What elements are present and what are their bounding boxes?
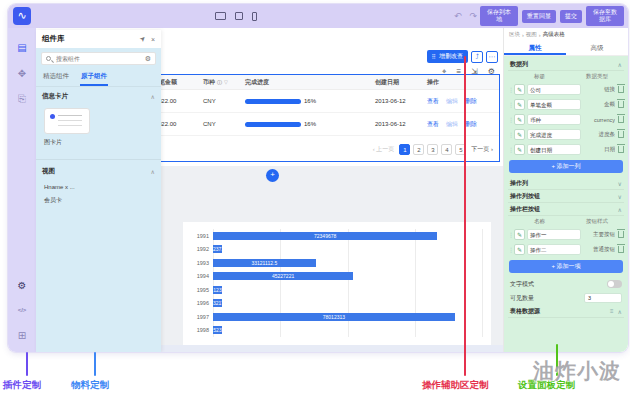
delete-icon[interactable] — [618, 101, 624, 108]
action-link[interactable]: 编辑 — [446, 97, 458, 106]
drag-handle-icon[interactable]: ⋮ — [508, 131, 512, 138]
drag-handle-icon[interactable]: ⋮ — [508, 246, 512, 253]
topbar-button[interactable]: 保存到本地 — [480, 6, 518, 26]
selected-component-tag[interactable]: ⠿ 增删改查 — [427, 50, 468, 63]
edit-icon[interactable]: ✎ — [514, 129, 525, 140]
action-link[interactable]: 查看 — [427, 120, 439, 129]
topbar-button[interactable]: 提交 — [560, 10, 582, 23]
info-icon[interactable]: ⓘ — [217, 79, 222, 85]
section-header-datasource[interactable]: 表格数据源 ≡ ∧ — [508, 305, 624, 318]
edit-icon[interactable]: ✎ — [514, 229, 525, 240]
frame-icon[interactable]: ⊞ — [8, 324, 36, 346]
delete-icon[interactable] — [618, 86, 624, 93]
pagination-page[interactable]: 4 — [441, 144, 452, 155]
edit-icon[interactable]: ✎ — [514, 244, 525, 255]
collapsed-section-header[interactable]: 操作列按钮∨ — [508, 190, 624, 203]
table-row[interactable]: 2,022.00CNY16%2013-06-12查看编辑删除 — [141, 90, 499, 113]
breadcrumb-item[interactable]: 视图 — [526, 31, 537, 38]
drag-handle-icon[interactable]: ⠿ — [432, 53, 436, 60]
action-link[interactable]: 删除 — [465, 120, 477, 129]
pagination-next[interactable]: 下一页 › — [471, 145, 493, 154]
field-name-input[interactable]: 操作二 — [527, 244, 581, 255]
drag-handle-icon[interactable]: ⋮ — [508, 116, 512, 123]
breadcrumb-item[interactable]: 高级表格 — [543, 31, 565, 38]
outline-list-icon[interactable]: ≡ — [456, 67, 461, 77]
topbar-button[interactable]: 保存至数据库 — [586, 6, 624, 26]
chart-bar[interactable]: 78012313 — [213, 313, 455, 321]
search-input[interactable] — [54, 55, 140, 63]
component-item[interactable]: 图卡片 — [44, 138, 153, 147]
chart-bar[interactable]: 523 — [213, 326, 222, 334]
drag-handle-icon[interactable]: ⋮ — [508, 231, 512, 238]
components-icon[interactable]: ▤ — [8, 36, 36, 58]
field-name-input[interactable]: 公司 — [527, 84, 581, 95]
chart-bar[interactable]: 72349678 — [213, 232, 437, 240]
desktop-preview-icon[interactable] — [215, 12, 226, 20]
pagination-page[interactable]: 2 — [413, 144, 424, 155]
delete-icon[interactable] — [618, 131, 624, 138]
visible-count-input[interactable]: 3 — [584, 293, 622, 303]
field-name-input[interactable]: 创建日期 — [527, 144, 581, 155]
delete-icon[interactable] — [618, 246, 624, 253]
more-actions-button[interactable]: ⋯ — [486, 51, 498, 63]
edit-icon[interactable]: ✎ — [514, 99, 525, 110]
locate-icon[interactable]: ⌖ — [442, 67, 447, 77]
inspector-tab[interactable]: 高级 — [566, 41, 628, 55]
pagination-prev[interactable]: ‹ 上一页 — [373, 145, 395, 154]
filter-icon[interactable]: ▽ — [224, 79, 228, 85]
chart-bar[interactable]: 2371 — [213, 245, 222, 253]
chart-bar[interactable]: 33121112.5 — [213, 259, 316, 267]
drag-handle-icon[interactable]: ⋮ — [508, 146, 512, 153]
inspector-tab[interactable]: 属性 — [504, 41, 566, 55]
field-name-input[interactable]: 完成进度 — [527, 129, 581, 140]
edit-icon[interactable]: ✎ — [514, 114, 525, 125]
search-settings-icon[interactable]: ⚙ — [145, 55, 151, 63]
component-tab[interactable]: 原子组件 — [80, 69, 108, 86]
outline-icon[interactable]: ✥ — [8, 62, 36, 84]
field-name-input[interactable]: 币种 — [527, 114, 581, 125]
insert-component-button[interactable]: + — [266, 169, 279, 182]
redo-icon[interactable]: ↷ — [470, 11, 478, 21]
selected-crud-table[interactable]: 单笔金额币种ⓘ▽完成进度创建日期操作 2,022.00CNY16%2013-06… — [140, 74, 500, 162]
collapsed-section-header[interactable]: 操作列∨ — [508, 177, 624, 190]
breadcrumb-item[interactable]: 区块 — [509, 31, 520, 38]
list-icon[interactable]: ≡ — [610, 308, 614, 315]
text-mode-toggle[interactable] — [607, 280, 622, 288]
component-group-header[interactable]: 信息卡片∧ — [36, 87, 161, 104]
tablet-preview-icon[interactable] — [235, 12, 243, 20]
section-header-action-buttons[interactable]: 操作栏按钮 ∧ — [508, 203, 624, 216]
topbar-button[interactable]: 重置回显 — [522, 10, 556, 23]
component-search[interactable]: ⚙ — [41, 52, 156, 65]
add-column-button[interactable]: + 添加一列 — [509, 160, 623, 173]
chevron-up-icon[interactable]: ∧ — [618, 308, 622, 315]
pages-icon[interactable]: ⎘ — [8, 88, 36, 110]
action-link[interactable]: 查看 — [427, 97, 439, 106]
fullscreen-icon[interactable]: ⇲ — [471, 67, 478, 77]
undo-icon[interactable]: ↶ — [454, 11, 462, 21]
pagination-page[interactable]: 1 — [399, 144, 410, 155]
component-tab[interactable]: 精选组件 — [42, 69, 70, 86]
drag-handle-icon[interactable]: ⋮ — [508, 86, 512, 93]
edit-icon[interactable]: ✎ — [514, 84, 525, 95]
field-name-input[interactable]: 操作一 — [527, 229, 581, 240]
component-thumbnail[interactable] — [44, 108, 90, 134]
code-icon[interactable]: </> — [8, 299, 36, 321]
add-action-button[interactable]: + 添加一项 — [509, 260, 623, 273]
section-header-columns[interactable]: 数据列 ∧ — [508, 58, 624, 71]
pagination-page[interactable]: 3 — [427, 144, 438, 155]
pin-icon[interactable]: ➤ — [138, 34, 148, 44]
component-group-header[interactable]: 视图∧ — [36, 162, 161, 179]
delete-icon[interactable] — [618, 116, 624, 123]
drag-handle-icon[interactable]: ⋮ — [508, 101, 512, 108]
app-logo-icon[interactable]: ∿ — [13, 7, 31, 25]
plugin-icon[interactable]: ⚙ — [8, 274, 36, 296]
chart-bar[interactable]: 45227221 — [213, 272, 353, 280]
action-link[interactable]: 删除 — [465, 97, 477, 106]
mobile-preview-icon[interactable] — [252, 12, 257, 21]
table-row[interactable]: 2,022.00CNY16%2013-06-12查看编辑删除 — [141, 113, 499, 136]
close-icon[interactable]: × — [151, 36, 155, 43]
chart-bar[interactable]: 123 — [213, 286, 222, 294]
field-name-input[interactable]: 单笔金额 — [527, 99, 581, 110]
select-parent-button[interactable]: ⤴ — [471, 51, 483, 63]
chart-bar[interactable]: 3217 — [213, 299, 222, 307]
